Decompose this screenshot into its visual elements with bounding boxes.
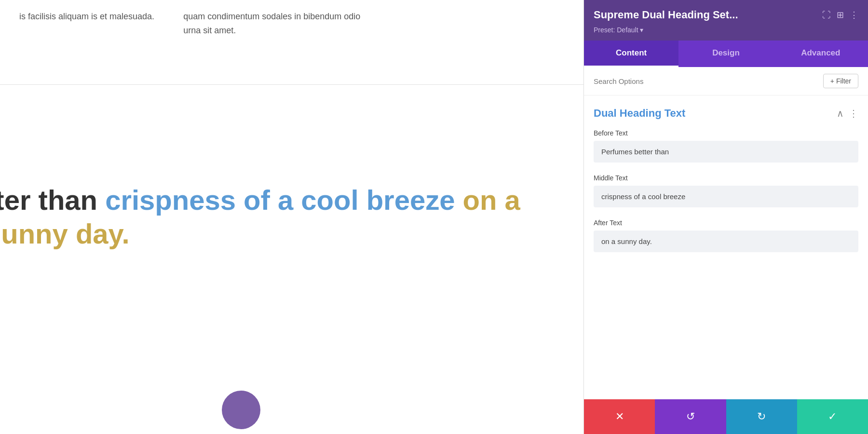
more-options-icon[interactable]: ⋮ — [850, 10, 858, 20]
tab-content[interactable]: Content — [584, 41, 678, 67]
preset-selector[interactable]: Preset: Default — [594, 26, 858, 41]
settings-panel: Supreme Dual Heading Set... ⛶ ⊞ ⋮ Preset… — [583, 0, 868, 434]
filter-label: + Filter — [830, 77, 851, 85]
before-text-label: Before Text — [594, 129, 858, 137]
section-controls: ∧ ⋮ — [837, 108, 858, 119]
after-text-label: After Text — [594, 219, 858, 227]
middle-text-field-group: Middle Text — [594, 174, 858, 207]
search-row: + Filter — [584, 67, 868, 95]
undo-button[interactable]: ↺ — [655, 399, 726, 434]
section-collapse-icon[interactable]: ∧ — [837, 108, 844, 119]
canvas-heading-area: tter than crispness of a cool breeze on … — [0, 183, 564, 250]
panel-header: Supreme Dual Heading Set... ⛶ ⊞ ⋮ Preset… — [584, 0, 868, 41]
after-text-field-group: After Text — [594, 219, 858, 252]
section-more-icon[interactable]: ⋮ — [849, 108, 858, 119]
redo-button[interactable]: ↻ — [726, 399, 797, 434]
panel-title-row: Supreme Dual Heading Set... ⛶ ⊞ ⋮ — [594, 9, 858, 21]
undo-icon: ↺ — [686, 410, 695, 423]
confirm-icon: ✓ — [828, 410, 837, 423]
before-text-field-group: Before Text — [594, 129, 858, 163]
canvas-divider — [0, 84, 583, 85]
canvas-main-heading: tter than crispness of a cool breeze on … — [0, 183, 564, 250]
section-title: Dual Heading Text — [594, 107, 685, 120]
redo-icon: ↻ — [757, 410, 766, 423]
section-header: Dual Heading Text ∧ ⋮ — [594, 107, 858, 120]
layout-icon[interactable]: ⊞ — [837, 10, 844, 20]
panel-title: Supreme Dual Heading Set... — [594, 9, 738, 21]
tab-advanced[interactable]: Advanced — [773, 41, 868, 67]
canvas-text-col-right: quam condimentum sodales in bibendum odi… — [183, 10, 360, 38]
panel-tabs: Content Design Advanced — [584, 41, 868, 67]
action-bar: ✕ ↺ ↻ ✓ — [584, 399, 868, 434]
canvas-top-text: is facilisis aliquam is et malesuada. qu… — [0, 0, 583, 47]
heading-before-text: tter than — [0, 184, 105, 216]
tab-design[interactable]: Design — [678, 41, 773, 67]
cancel-icon: ✕ — [615, 410, 624, 423]
canvas-area: is facilisis aliquam is et malesuada. qu… — [0, 0, 583, 434]
canvas-circle-decoration — [222, 391, 260, 429]
panel-content: Dual Heading Text ∧ ⋮ Before Text Middle… — [584, 95, 868, 399]
after-text-input[interactable] — [594, 231, 858, 252]
canvas-right-text: quam condimentum sodales in bibendum odi… — [183, 12, 360, 35]
confirm-button[interactable]: ✓ — [797, 399, 868, 434]
filter-button[interactable]: + Filter — [823, 74, 858, 88]
canvas-left-text: is facilisis aliquam is et malesuada. — [19, 12, 154, 21]
before-text-input[interactable] — [594, 141, 858, 163]
canvas-text-col-left: is facilisis aliquam is et malesuada. — [19, 10, 154, 38]
fullscreen-icon[interactable]: ⛶ — [822, 10, 831, 20]
heading-middle-text: crispness of a cool breeze — [105, 184, 455, 216]
middle-text-input[interactable] — [594, 186, 858, 207]
cancel-button[interactable]: ✕ — [584, 399, 655, 434]
middle-text-label: Middle Text — [594, 174, 858, 182]
search-input[interactable] — [594, 77, 823, 85]
panel-header-icons: ⛶ ⊞ ⋮ — [822, 10, 858, 20]
